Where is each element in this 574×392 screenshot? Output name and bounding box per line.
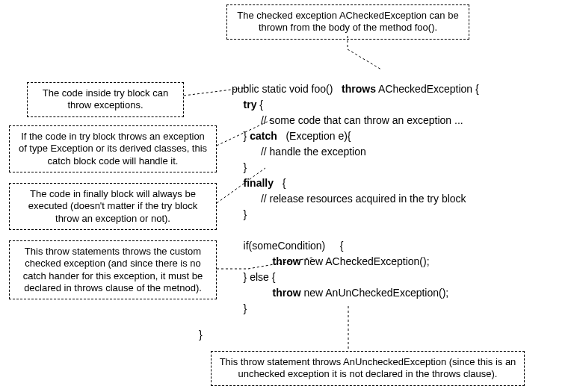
- callout-finally-block: The code in finally block will always be…: [9, 183, 217, 230]
- code-finally-comment: // release resources acquired in the try…: [232, 193, 466, 205]
- code-finally-close: }: [232, 208, 247, 220]
- code-block: public static void foo() throws AChecked…: [232, 66, 479, 317]
- callout-throws-declaration: The checked exception ACheckedException …: [226, 4, 469, 40]
- code-else-line: } else {: [232, 271, 275, 283]
- code-close-inner: }: [232, 302, 247, 314]
- code-catch-comment: // handle the exception: [232, 146, 366, 158]
- callout-try-block: The code inside try block can throw exce…: [27, 82, 184, 117]
- callout-throw-unchecked: This throw statement throws AnUncheckedE…: [211, 351, 525, 386]
- code-method-signature: public static void foo() throws AChecked…: [232, 83, 479, 95]
- code-try-comment: // some code that can throw an exception…: [232, 114, 463, 126]
- code-catch-line: } catch (Exception e){: [232, 130, 351, 142]
- code-close-outer: }: [199, 327, 203, 343]
- callout-catch-block: If the code in try block throws an excep…: [9, 125, 217, 172]
- code-finally-line: finally {: [232, 177, 286, 189]
- code-catch-close: }: [232, 161, 247, 173]
- code-throw-checked: throw new ACheckedException();: [232, 255, 430, 267]
- code-if-line: if(someCondition) {: [232, 240, 343, 252]
- code-throw-unchecked: throw new AnUnCheckedException();: [232, 287, 448, 299]
- code-try-open: try {: [232, 99, 263, 111]
- callout-throw-checked: This throw statements throws the custom …: [9, 240, 217, 299]
